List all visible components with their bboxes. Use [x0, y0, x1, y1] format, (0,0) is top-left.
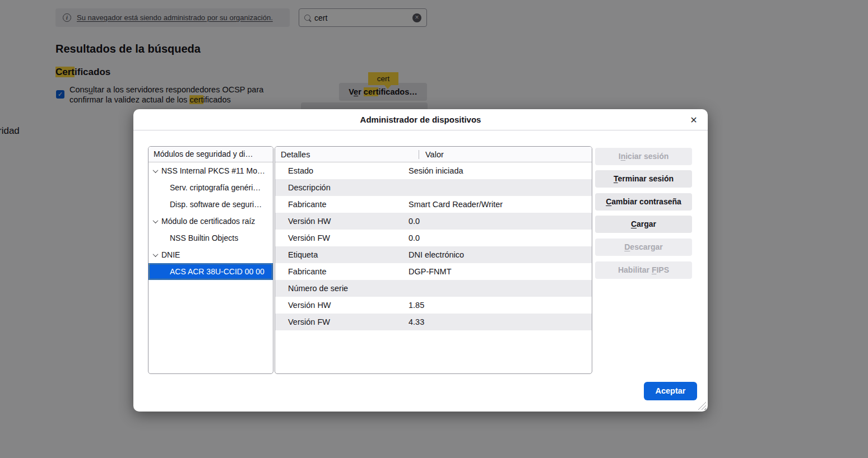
chevron-down-icon[interactable]: [153, 251, 159, 257]
logout-button[interactable]: Terminar sesión: [595, 170, 692, 188]
resize-grip[interactable]: [698, 401, 706, 410]
table-row: Descripción: [275, 179, 592, 196]
tree-item-generic-crypto[interactable]: Serv. criptografía genéri…: [148, 179, 273, 196]
table-row: Versión HW 1.85: [275, 297, 592, 314]
device-details-table: Detalles Valor Estado Sesión iniciada De…: [275, 146, 592, 374]
column-header-value[interactable]: Valor: [419, 150, 444, 159]
security-modules-tree: Módulos de seguridad y di… NSS Internal …: [148, 146, 273, 374]
tree-item-nss-builtin-objects[interactable]: NSS Builtin Objects: [148, 230, 273, 246]
enable-fips-button[interactable]: Habilitar FIPS: [595, 261, 692, 279]
accept-button[interactable]: Aceptar: [644, 382, 697, 400]
table-row: Etiqueta DNI electrónico: [275, 246, 592, 263]
firefox-settings-page: i Su navegador está siendo administrado …: [0, 0, 868, 458]
table-row: Fabricante DGP-FNMT: [275, 263, 592, 280]
change-password-button[interactable]: Cambiar contraseña: [595, 193, 692, 211]
table-row: Estado Sesión iniciada: [275, 162, 592, 179]
close-icon[interactable]: ✕: [686, 113, 701, 127]
table-row: Versión FW 0.0: [275, 230, 592, 246]
tree-item-root-certs-module[interactable]: Módulo de certificados raíz: [148, 213, 273, 230]
tree-item-dnie[interactable]: DNIE: [148, 246, 273, 263]
device-manager-dialog: Administrador de dispositivos ✕ Módulos …: [133, 109, 708, 412]
chevron-down-icon[interactable]: [153, 218, 159, 223]
tree-item-software-security-device[interactable]: Disp. software de seguri…: [148, 196, 273, 213]
chevron-down-icon[interactable]: [153, 167, 159, 173]
table-row: Versión HW 0.0: [275, 213, 592, 230]
login-button[interactable]: Iniciar sesión: [595, 148, 692, 165]
table-row: Fabricante Smart Card Reader/Writer: [275, 196, 592, 213]
dialog-titlebar: Administrador de dispositivos ✕: [133, 109, 708, 130]
load-button[interactable]: Cargar: [595, 216, 692, 233]
tree-item-acs-acr-38u[interactable]: ACS ACR 38U-CCID 00 00: [148, 263, 273, 280]
table-row: Número de serie: [275, 280, 592, 297]
unload-button[interactable]: Descargar: [595, 239, 692, 256]
table-row: Versión FW 4.33: [275, 314, 592, 330]
tree-header: Módulos de seguridad y di…: [148, 147, 273, 162]
dialog-title: Administrador de dispositivos: [133, 109, 708, 130]
tree-item-nss-internal[interactable]: NSS Internal PKCS #11 Mo…: [148, 162, 273, 179]
column-header-details[interactable]: Detalles: [275, 150, 419, 159]
table-header: Detalles Valor: [275, 147, 592, 162]
